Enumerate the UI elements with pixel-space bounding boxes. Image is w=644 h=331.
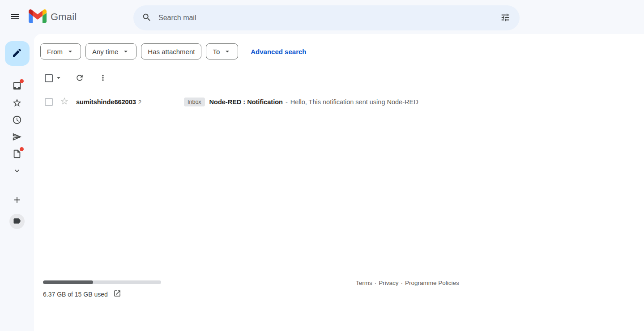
inbox-unread-badge bbox=[20, 79, 24, 83]
storage-progress-fill bbox=[43, 280, 93, 284]
app-header: Gmail bbox=[0, 0, 644, 34]
gmail-logo[interactable]: Gmail bbox=[29, 9, 77, 25]
sidebar-item-sent[interactable] bbox=[6, 129, 28, 146]
chip-label: From bbox=[47, 48, 63, 55]
sidebar-item-more[interactable] bbox=[6, 163, 28, 180]
inbox-label-chip: Inbox bbox=[184, 98, 205, 106]
privacy-link[interactable]: Privacy bbox=[379, 280, 398, 286]
sidebar bbox=[0, 34, 34, 331]
programme-policies-link[interactable]: Programme Policies bbox=[405, 280, 459, 286]
search-button[interactable] bbox=[136, 7, 158, 29]
sidebar-item-drafts[interactable] bbox=[6, 146, 28, 163]
star-toggle-button[interactable] bbox=[60, 97, 69, 107]
email-subject: Node-RED : Notification bbox=[209, 98, 283, 106]
sidebar-item-inbox[interactable] bbox=[6, 78, 28, 95]
more-vert-icon bbox=[98, 73, 107, 84]
app-title: Gmail bbox=[51, 11, 77, 23]
select-all-checkbox[interactable] bbox=[45, 74, 53, 82]
send-icon bbox=[12, 132, 22, 143]
refresh-button[interactable] bbox=[71, 69, 89, 87]
filter-chip-any-time[interactable]: Any time bbox=[85, 43, 136, 59]
plus-icon bbox=[12, 195, 22, 206]
arrow-drop-down-icon bbox=[223, 47, 231, 55]
chevron-down-icon bbox=[13, 166, 21, 177]
label-icon bbox=[13, 216, 21, 227]
refresh-icon bbox=[75, 73, 84, 84]
search-icon bbox=[142, 13, 152, 24]
search-input[interactable] bbox=[158, 14, 495, 22]
email-checkbox[interactable] bbox=[45, 98, 53, 106]
clock-icon bbox=[12, 115, 22, 126]
main-menu-button[interactable] bbox=[4, 6, 26, 28]
manage-storage-button[interactable] bbox=[113, 289, 121, 299]
select-dropdown-button[interactable] bbox=[55, 74, 63, 83]
filter-chip-to[interactable]: To bbox=[206, 43, 238, 59]
filter-chip-from[interactable]: From bbox=[40, 43, 81, 59]
sidebar-item-snoozed[interactable] bbox=[6, 112, 28, 129]
search-bar bbox=[133, 5, 520, 30]
menu-icon bbox=[10, 11, 21, 23]
drafts-badge bbox=[20, 147, 24, 151]
main-content: From Any time Has attachment To Advanced… bbox=[34, 34, 644, 331]
sender-name: sumitshinde662003 bbox=[76, 98, 136, 106]
open-in-new-icon bbox=[113, 289, 121, 299]
chip-label: To bbox=[213, 48, 220, 55]
arrow-drop-down-icon bbox=[122, 47, 130, 55]
star-outline-icon bbox=[60, 97, 69, 107]
subject-snippet-separator: - bbox=[286, 98, 288, 106]
arrow-drop-down-icon bbox=[66, 47, 74, 55]
chip-label: Has attachment bbox=[148, 48, 195, 55]
search-filter-chips: From Any time Has attachment To Advanced… bbox=[34, 34, 644, 59]
filter-chip-has-attachment[interactable]: Has attachment bbox=[141, 43, 201, 59]
arrow-drop-down-icon bbox=[55, 74, 63, 83]
footer-separator: · bbox=[401, 280, 403, 286]
compose-pencil-icon bbox=[12, 47, 22, 59]
advanced-search-link[interactable]: Advanced search bbox=[251, 48, 306, 55]
list-footer-area: 6.37 GB of 15 GB used Terms · Privacy · … bbox=[34, 280, 644, 331]
chip-label: Any time bbox=[92, 48, 118, 55]
compose-button[interactable] bbox=[5, 41, 30, 66]
tune-icon bbox=[500, 13, 510, 24]
email-snippet: Hello, This notification sent using Node… bbox=[290, 98, 418, 106]
search-options-button[interactable] bbox=[495, 7, 516, 29]
more-options-button[interactable] bbox=[94, 69, 112, 87]
storage-usage-text: 6.37 GB of 15 GB used bbox=[43, 291, 108, 298]
email-sender: sumitshinde662003 2 bbox=[76, 98, 184, 106]
thread-count: 2 bbox=[138, 99, 141, 106]
create-label-button[interactable] bbox=[6, 192, 28, 209]
email-row[interactable]: sumitshinde662003 2 Inbox Node-RED : Not… bbox=[34, 92, 644, 112]
storage-meter: 6.37 GB of 15 GB used bbox=[43, 280, 161, 299]
gmail-m-icon bbox=[29, 9, 47, 25]
legal-footer: Terms · Privacy · Programme Policies bbox=[356, 280, 459, 286]
storage-progress-track bbox=[43, 280, 161, 284]
list-toolbar bbox=[34, 68, 644, 88]
footer-separator: · bbox=[375, 280, 377, 286]
star-icon bbox=[12, 98, 22, 109]
terms-link[interactable]: Terms bbox=[356, 280, 372, 286]
sidebar-item-starred[interactable] bbox=[6, 95, 28, 112]
labels-button[interactable] bbox=[9, 214, 25, 229]
